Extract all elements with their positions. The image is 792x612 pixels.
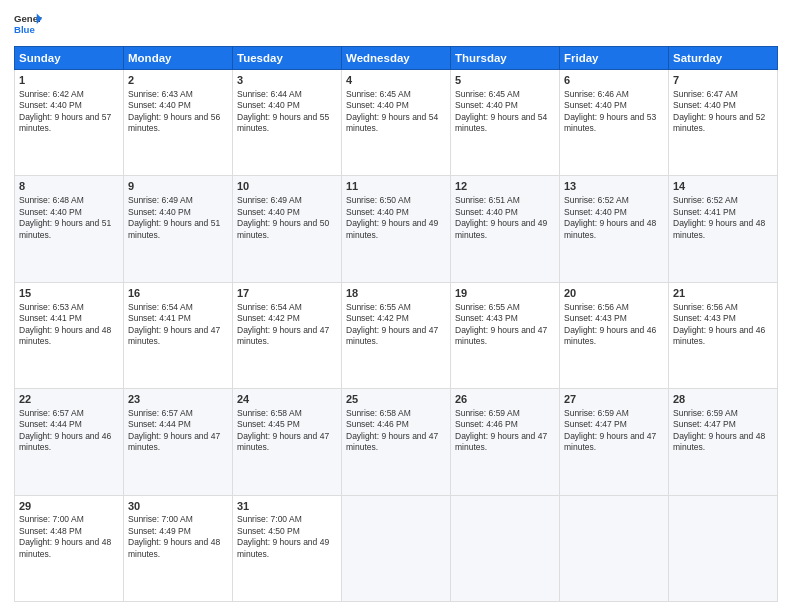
day-number: 27 <box>564 392 664 407</box>
sunset-text: Sunset: 4:46 PM <box>455 419 518 429</box>
sunset-text: Sunset: 4:42 PM <box>346 313 409 323</box>
calendar-cell: 6Sunrise: 6:46 AMSunset: 4:40 PMDaylight… <box>560 70 669 176</box>
page: General Blue SundayMondayTuesdayWednesda… <box>0 0 792 612</box>
sunrise-text: Sunrise: 6:55 AM <box>346 302 411 312</box>
sunrise-text: Sunrise: 6:54 AM <box>128 302 193 312</box>
weekday-header: Friday <box>560 47 669 70</box>
sunrise-text: Sunrise: 6:58 AM <box>237 408 302 418</box>
sunset-text: Sunset: 4:40 PM <box>564 207 627 217</box>
sunset-text: Sunset: 4:45 PM <box>237 419 300 429</box>
sunset-text: Sunset: 4:40 PM <box>346 207 409 217</box>
calendar-cell: 23Sunrise: 6:57 AMSunset: 4:44 PMDayligh… <box>124 389 233 495</box>
daylight-text: Daylight: 9 hours and 50 minutes. <box>237 218 329 239</box>
calendar-cell: 24Sunrise: 6:58 AMSunset: 4:45 PMDayligh… <box>233 389 342 495</box>
calendar-cell: 8Sunrise: 6:48 AMSunset: 4:40 PMDaylight… <box>15 176 124 282</box>
day-number: 4 <box>346 73 446 88</box>
day-number: 8 <box>19 179 119 194</box>
day-number: 16 <box>128 286 228 301</box>
day-number: 29 <box>19 499 119 514</box>
calendar-cell: 9Sunrise: 6:49 AMSunset: 4:40 PMDaylight… <box>124 176 233 282</box>
calendar-cell: 31Sunrise: 7:00 AMSunset: 4:50 PMDayligh… <box>233 495 342 601</box>
sunrise-text: Sunrise: 6:56 AM <box>673 302 738 312</box>
daylight-text: Daylight: 9 hours and 52 minutes. <box>673 112 765 133</box>
day-number: 2 <box>128 73 228 88</box>
calendar-cell: 29Sunrise: 7:00 AMSunset: 4:48 PMDayligh… <box>15 495 124 601</box>
weekday-header: Tuesday <box>233 47 342 70</box>
daylight-text: Daylight: 9 hours and 47 minutes. <box>564 431 656 452</box>
calendar-cell: 19Sunrise: 6:55 AMSunset: 4:43 PMDayligh… <box>451 282 560 388</box>
calendar-cell <box>342 495 451 601</box>
day-number: 30 <box>128 499 228 514</box>
day-number: 9 <box>128 179 228 194</box>
day-number: 11 <box>346 179 446 194</box>
daylight-text: Daylight: 9 hours and 51 minutes. <box>19 218 111 239</box>
weekday-header: Saturday <box>669 47 778 70</box>
day-number: 19 <box>455 286 555 301</box>
sunset-text: Sunset: 4:48 PM <box>19 526 82 536</box>
calendar-cell: 10Sunrise: 6:49 AMSunset: 4:40 PMDayligh… <box>233 176 342 282</box>
sunset-text: Sunset: 4:40 PM <box>673 100 736 110</box>
sunset-text: Sunset: 4:41 PM <box>673 207 736 217</box>
calendar-cell: 11Sunrise: 6:50 AMSunset: 4:40 PMDayligh… <box>342 176 451 282</box>
daylight-text: Daylight: 9 hours and 47 minutes. <box>128 325 220 346</box>
daylight-text: Daylight: 9 hours and 46 minutes. <box>564 325 656 346</box>
calendar-cell: 1Sunrise: 6:42 AMSunset: 4:40 PMDaylight… <box>15 70 124 176</box>
sunrise-text: Sunrise: 6:59 AM <box>564 408 629 418</box>
calendar-cell: 12Sunrise: 6:51 AMSunset: 4:40 PMDayligh… <box>451 176 560 282</box>
day-number: 24 <box>237 392 337 407</box>
daylight-text: Daylight: 9 hours and 47 minutes. <box>346 325 438 346</box>
sunset-text: Sunset: 4:40 PM <box>455 207 518 217</box>
day-number: 17 <box>237 286 337 301</box>
daylight-text: Daylight: 9 hours and 49 minutes. <box>237 537 329 558</box>
sunset-text: Sunset: 4:40 PM <box>128 207 191 217</box>
calendar-table: SundayMondayTuesdayWednesdayThursdayFrid… <box>14 46 778 602</box>
daylight-text: Daylight: 9 hours and 48 minutes. <box>673 431 765 452</box>
daylight-text: Daylight: 9 hours and 47 minutes. <box>455 325 547 346</box>
day-number: 20 <box>564 286 664 301</box>
logo: General Blue <box>14 10 42 38</box>
calendar-cell: 2Sunrise: 6:43 AMSunset: 4:40 PMDaylight… <box>124 70 233 176</box>
calendar-cell: 25Sunrise: 6:58 AMSunset: 4:46 PMDayligh… <box>342 389 451 495</box>
calendar-cell: 27Sunrise: 6:59 AMSunset: 4:47 PMDayligh… <box>560 389 669 495</box>
daylight-text: Daylight: 9 hours and 53 minutes. <box>564 112 656 133</box>
sunset-text: Sunset: 4:43 PM <box>455 313 518 323</box>
sunrise-text: Sunrise: 6:45 AM <box>455 89 520 99</box>
sunrise-text: Sunrise: 6:43 AM <box>128 89 193 99</box>
sunset-text: Sunset: 4:40 PM <box>19 100 82 110</box>
day-number: 5 <box>455 73 555 88</box>
sunset-text: Sunset: 4:40 PM <box>346 100 409 110</box>
day-number: 1 <box>19 73 119 88</box>
calendar-week-row: 1Sunrise: 6:42 AMSunset: 4:40 PMDaylight… <box>15 70 778 176</box>
daylight-text: Daylight: 9 hours and 48 minutes. <box>19 325 111 346</box>
sunset-text: Sunset: 4:42 PM <box>237 313 300 323</box>
calendar-cell: 22Sunrise: 6:57 AMSunset: 4:44 PMDayligh… <box>15 389 124 495</box>
daylight-text: Daylight: 9 hours and 47 minutes. <box>237 431 329 452</box>
calendar-cell: 5Sunrise: 6:45 AMSunset: 4:40 PMDaylight… <box>451 70 560 176</box>
sunset-text: Sunset: 4:40 PM <box>564 100 627 110</box>
calendar-cell: 15Sunrise: 6:53 AMSunset: 4:41 PMDayligh… <box>15 282 124 388</box>
daylight-text: Daylight: 9 hours and 47 minutes. <box>455 431 547 452</box>
calendar-cell <box>560 495 669 601</box>
day-number: 3 <box>237 73 337 88</box>
daylight-text: Daylight: 9 hours and 47 minutes. <box>128 431 220 452</box>
weekday-header: Sunday <box>15 47 124 70</box>
sunset-text: Sunset: 4:44 PM <box>19 419 82 429</box>
calendar-cell: 20Sunrise: 6:56 AMSunset: 4:43 PMDayligh… <box>560 282 669 388</box>
daylight-text: Daylight: 9 hours and 54 minutes. <box>346 112 438 133</box>
sunrise-text: Sunrise: 6:42 AM <box>19 89 84 99</box>
sunrise-text: Sunrise: 7:00 AM <box>237 514 302 524</box>
day-number: 21 <box>673 286 773 301</box>
day-number: 15 <box>19 286 119 301</box>
sunrise-text: Sunrise: 6:47 AM <box>673 89 738 99</box>
calendar-cell: 30Sunrise: 7:00 AMSunset: 4:49 PMDayligh… <box>124 495 233 601</box>
sunset-text: Sunset: 4:40 PM <box>19 207 82 217</box>
day-number: 7 <box>673 73 773 88</box>
sunset-text: Sunset: 4:40 PM <box>237 100 300 110</box>
day-number: 12 <box>455 179 555 194</box>
sunset-text: Sunset: 4:41 PM <box>19 313 82 323</box>
daylight-text: Daylight: 9 hours and 57 minutes. <box>19 112 111 133</box>
daylight-text: Daylight: 9 hours and 48 minutes. <box>564 218 656 239</box>
daylight-text: Daylight: 9 hours and 46 minutes. <box>19 431 111 452</box>
sunset-text: Sunset: 4:44 PM <box>128 419 191 429</box>
calendar-week-row: 15Sunrise: 6:53 AMSunset: 4:41 PMDayligh… <box>15 282 778 388</box>
